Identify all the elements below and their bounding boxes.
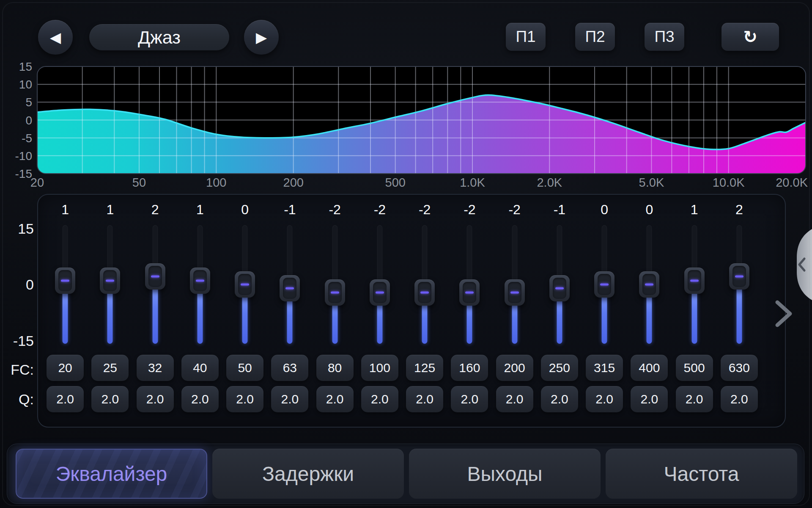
- slider-thumb[interactable]: [190, 268, 210, 294]
- slider-thumb-inset: [103, 270, 117, 291]
- band-gain-value: -2: [419, 200, 431, 219]
- q-button[interactable]: 2.0: [541, 386, 578, 412]
- band-gain-slider[interactable]: [370, 225, 390, 344]
- fc-button[interactable]: 50: [226, 355, 263, 381]
- fc-button[interactable]: 315: [586, 355, 623, 381]
- slider-thumb-inset: [688, 270, 701, 291]
- fc-button[interactable]: 400: [631, 355, 668, 381]
- slider-thumb-inset: [58, 270, 72, 291]
- q-button[interactable]: 2.0: [316, 386, 354, 412]
- band-gain-value: -2: [329, 200, 340, 219]
- slider-thumb[interactable]: [370, 279, 390, 306]
- x-axis-tick-label: 100: [206, 176, 226, 189]
- slider-thumb[interactable]: [729, 263, 749, 290]
- bottom-tab-bar: ЭквалайзерЗадержкиВыходыЧастота: [7, 444, 804, 504]
- bands-row: 1202.01252.02322.01402.00502.0-1632.0-28…: [43, 200, 762, 412]
- tab-frequency[interactable]: Частота: [606, 449, 797, 499]
- q-button[interactable]: 2.0: [226, 386, 263, 412]
- tab-delays[interactable]: Задержки: [212, 449, 404, 499]
- band-gain-slider[interactable]: [100, 225, 120, 344]
- band-column-100: -21002.0: [357, 200, 402, 412]
- slider-thumb[interactable]: [684, 268, 705, 294]
- fc-button[interactable]: 630: [721, 355, 758, 381]
- band-column-400: 04002.0: [627, 200, 672, 412]
- band-gain-value: 0: [645, 200, 653, 219]
- y-axis-tick-label: -5: [22, 132, 32, 145]
- slider-thumb-dash-icon: [241, 284, 249, 286]
- slider-thumb[interactable]: [505, 279, 525, 306]
- band-gain-slider[interactable]: [639, 225, 659, 344]
- band-gain-value: 1: [106, 200, 114, 219]
- q-button[interactable]: 2.0: [361, 386, 398, 412]
- tab-equalizer[interactable]: Эквалайзер: [16, 449, 207, 499]
- y-axis-tick-label: 5: [25, 96, 32, 109]
- slider-thumb[interactable]: [145, 263, 165, 290]
- band-gain-slider[interactable]: [190, 225, 210, 344]
- slider-thumb[interactable]: [280, 275, 300, 301]
- band-gain-slider[interactable]: [145, 225, 165, 344]
- fc-row-label: FC:: [0, 362, 34, 378]
- band-gain-value: -2: [464, 200, 475, 219]
- q-button[interactable]: 2.0: [586, 386, 623, 412]
- q-button[interactable]: 2.0: [676, 386, 713, 412]
- x-axis-tick-label: 50: [132, 176, 146, 189]
- fc-button[interactable]: 20: [47, 355, 84, 381]
- slider-thumb-dash-icon: [106, 279, 114, 282]
- q-button[interactable]: 2.0: [47, 386, 84, 412]
- fc-button[interactable]: 200: [496, 355, 533, 381]
- next-bands-page-button[interactable]: [774, 300, 795, 328]
- slider-thumb[interactable]: [414, 279, 435, 306]
- fc-button[interactable]: 32: [137, 355, 174, 381]
- y-axis-tick-label: 15: [19, 60, 32, 73]
- band-column-315: 03152.0: [582, 200, 627, 412]
- slider-thumb[interactable]: [459, 279, 480, 306]
- band-gain-value: -1: [284, 200, 296, 219]
- slider-thumb[interactable]: [235, 271, 255, 298]
- fc-button[interactable]: 250: [541, 355, 578, 381]
- fc-button[interactable]: 100: [361, 355, 398, 381]
- slider-thumb[interactable]: [100, 268, 120, 294]
- tab-outputs[interactable]: Выходы: [409, 449, 601, 499]
- q-button[interactable]: 2.0: [91, 386, 129, 412]
- band-gain-slider[interactable]: [414, 225, 435, 344]
- q-button[interactable]: 2.0: [271, 386, 308, 412]
- q-button[interactable]: 2.0: [496, 386, 533, 412]
- slider-thumb[interactable]: [639, 271, 659, 298]
- y-axis-tick-label: -10: [15, 149, 32, 163]
- band-gain-slider[interactable]: [594, 225, 614, 344]
- fc-button[interactable]: 125: [406, 355, 443, 381]
- band-gain-slider[interactable]: [325, 225, 345, 344]
- fc-button[interactable]: 25: [91, 355, 129, 381]
- slider-thumb[interactable]: [55, 268, 75, 294]
- q-button[interactable]: 2.0: [181, 386, 219, 412]
- slider-thumb-inset: [283, 278, 296, 299]
- band-gain-slider[interactable]: [684, 225, 705, 344]
- slider-thumb-inset: [238, 274, 252, 295]
- slider-thumb-dash-icon: [465, 291, 474, 293]
- fc-button[interactable]: 500: [676, 355, 713, 381]
- fc-button[interactable]: 160: [451, 355, 488, 381]
- band-gain-value: -2: [374, 200, 386, 219]
- side-drawer-handle[interactable]: [786, 226, 812, 303]
- slider-thumb-dash-icon: [151, 276, 159, 278]
- q-button[interactable]: 2.0: [451, 386, 488, 412]
- q-button[interactable]: 2.0: [137, 386, 174, 412]
- slider-thumb[interactable]: [549, 275, 570, 301]
- band-gain-slider[interactable]: [280, 225, 300, 344]
- band-gain-slider[interactable]: [505, 225, 525, 344]
- band-gain-slider[interactable]: [235, 225, 255, 344]
- band-gain-slider[interactable]: [549, 225, 570, 344]
- fc-button[interactable]: 40: [181, 355, 219, 381]
- q-button[interactable]: 2.0: [721, 386, 758, 412]
- band-gain-slider[interactable]: [729, 225, 749, 344]
- slider-thumb[interactable]: [325, 279, 345, 306]
- slider-thumb[interactable]: [594, 271, 614, 298]
- band-gain-value: 0: [601, 200, 608, 219]
- fc-button[interactable]: 63: [271, 355, 308, 381]
- q-button[interactable]: 2.0: [631, 386, 668, 412]
- band-gain-slider[interactable]: [459, 225, 480, 344]
- x-axis-tick-label: 500: [385, 176, 406, 189]
- band-gain-slider[interactable]: [55, 225, 75, 344]
- q-button[interactable]: 2.0: [406, 386, 443, 412]
- fc-button[interactable]: 80: [316, 355, 354, 381]
